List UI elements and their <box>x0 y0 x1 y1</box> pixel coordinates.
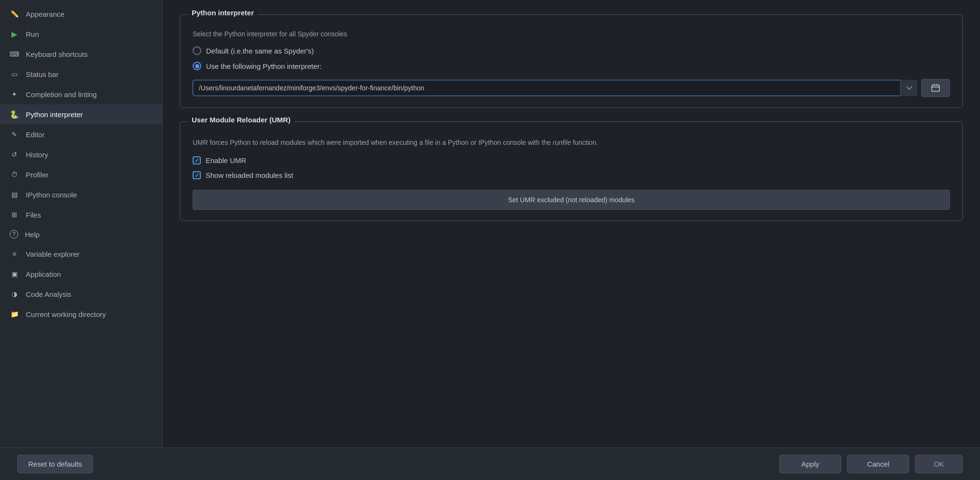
python-icon: 🐍 <box>10 109 19 119</box>
footer: Reset to defaults Apply Cancel OK <box>0 447 980 480</box>
editor-icon: ✎ <box>10 130 19 139</box>
application-icon: ▣ <box>10 269 19 279</box>
sidebar-item-appearance[interactable]: ✏️ Appearance <box>0 4 162 24</box>
umr-desc-part2: function. <box>571 139 598 146</box>
enable-umr-checkbox[interactable]: Enable UMR <box>193 156 950 164</box>
sidebar-label-variable-explorer: Variable explorer <box>26 250 79 258</box>
variable-explorer-icon: ≡ <box>10 249 19 259</box>
umr-title: User Module Reloader (UMR) <box>188 116 294 124</box>
run-icon: ▶ <box>10 29 19 39</box>
radio-default-label: Default (i.e.the same as Spyder's) <box>206 47 314 55</box>
ipython-icon: ▤ <box>10 190 19 199</box>
interpreter-dropdown-btn[interactable] <box>900 80 917 96</box>
sidebar-label-code-analysis: Code Analysis <box>26 290 71 298</box>
radio-custom[interactable]: Use the following Python interpreter: <box>193 62 950 70</box>
apply-button[interactable]: Apply <box>779 455 841 473</box>
completion-icon: ✦ <box>10 89 19 99</box>
status-bar-icon: ▭ <box>10 69 19 79</box>
show-modules-checkbox[interactable]: Show reloaded modules list <box>193 171 950 179</box>
sidebar-label-keyboard: Keyboard shortcuts <box>26 50 87 58</box>
keyboard-icon: ⌨ <box>10 49 19 59</box>
sidebar-label-status-bar: Status bar <box>26 70 58 78</box>
radio-default[interactable]: Default (i.e.the same as Spyder's) <box>193 46 950 55</box>
sidebar-item-keyboard-shortcuts[interactable]: ⌨ Keyboard shortcuts <box>0 44 162 64</box>
interpreter-input-wrapper <box>193 80 917 96</box>
radio-custom-label: Use the following Python interpreter: <box>206 62 322 70</box>
sidebar-item-run[interactable]: ▶ Run <box>0 24 162 44</box>
radio-custom-circle <box>193 62 201 70</box>
footer-right: Apply Cancel OK <box>779 455 963 473</box>
appearance-icon: ✏️ <box>10 9 19 19</box>
sidebar-item-help[interactable]: ? Help <box>0 225 162 244</box>
code-analysis-icon: ◑ <box>10 289 19 299</box>
python-interpreter-title: Python interpreter <box>188 9 258 17</box>
sidebar-item-code-analysis[interactable]: ◑ Code Analysis <box>0 284 162 304</box>
umr-description: UMR forces Python to reload modules whic… <box>193 137 950 148</box>
content-area: Python interpreter Select the Python int… <box>163 0 980 447</box>
sidebar-label-profiler: Profiler <box>26 171 49 179</box>
sidebar-item-profiler[interactable]: ⏱ Profiler <box>0 164 162 185</box>
sidebar-item-python-interpreter[interactable]: 🐍 Python interpreter <box>0 104 162 124</box>
show-modules-box <box>193 171 201 179</box>
sidebar-label-application: Application <box>26 270 61 278</box>
ok-button[interactable]: OK <box>915 455 963 473</box>
set-excluded-button[interactable]: Set UMR excluded (not reloaded) modules <box>193 190 950 210</box>
sidebar-label-python: Python interpreter <box>26 110 83 119</box>
show-modules-label: Show reloaded modules list <box>206 171 293 179</box>
sidebar-item-cwd[interactable]: 📁 Current working directory <box>0 304 162 324</box>
sidebar-item-completion-linting[interactable]: ✦ Completion and linting <box>0 84 162 104</box>
sidebar-item-ipython-console[interactable]: ▤ IPython console <box>0 185 162 205</box>
interpreter-path-row <box>193 79 950 97</box>
python-radio-group: Default (i.e.the same as Spyder's) Use t… <box>193 46 950 70</box>
sidebar-label-run: Run <box>26 30 39 38</box>
sidebar-label-history: History <box>26 151 48 159</box>
sidebar-item-status-bar[interactable]: ▭ Status bar <box>0 64 162 84</box>
sidebar-item-files[interactable]: ⊞ Files <box>0 205 162 225</box>
profiler-icon: ⏱ <box>10 170 19 179</box>
footer-left: Reset to defaults <box>17 455 93 473</box>
sidebar-label-cwd: Current working directory <box>26 310 106 318</box>
files-icon: ⊞ <box>10 210 19 219</box>
browse-button[interactable] <box>921 79 950 97</box>
history-icon: ↺ <box>10 150 19 159</box>
radio-default-circle <box>193 46 201 55</box>
umr-runfile-text: runfile <box>553 139 571 146</box>
python-interpreter-section: Python interpreter Select the Python int… <box>180 14 963 108</box>
sidebar-label-completion: Completion and linting <box>26 90 97 98</box>
svg-rect-0 <box>932 85 939 91</box>
sidebar-item-editor[interactable]: ✎ Editor <box>0 124 162 144</box>
python-interpreter-desc: Select the Python interpreter for all Sp… <box>193 30 950 38</box>
sidebar-item-application[interactable]: ▣ Application <box>0 264 162 284</box>
interpreter-path-input[interactable] <box>193 80 917 96</box>
umr-desc-part1: UMR forces Python to reload modules whic… <box>193 139 553 146</box>
sidebar-label-help: Help <box>25 230 40 239</box>
sidebar-label-files: Files <box>26 211 41 219</box>
umr-section: User Module Reloader (UMR) UMR forces Py… <box>180 121 963 221</box>
enable-umr-box <box>193 156 201 164</box>
cwd-icon: 📁 <box>10 309 19 319</box>
sidebar-label-ipython: IPython console <box>26 191 77 199</box>
sidebar-label-editor: Editor <box>26 131 44 139</box>
cancel-button[interactable]: Cancel <box>847 455 909 473</box>
reset-button[interactable]: Reset to defaults <box>17 455 93 473</box>
enable-umr-label: Enable UMR <box>206 156 246 164</box>
sidebar-item-variable-explorer[interactable]: ≡ Variable explorer <box>0 244 162 264</box>
help-icon: ? <box>10 230 18 239</box>
sidebar: ✏️ Appearance ▶ Run ⌨ Keyboard shortcuts… <box>0 0 163 447</box>
sidebar-item-history[interactable]: ↺ History <box>0 144 162 164</box>
sidebar-label-appearance: Appearance <box>26 10 65 18</box>
